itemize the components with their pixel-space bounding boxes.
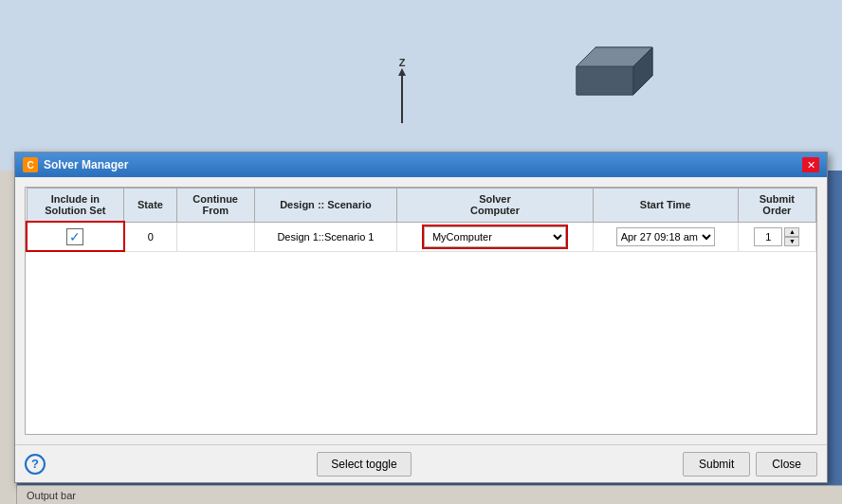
- dialog-close-button[interactable]: ✕: [802, 157, 819, 172]
- help-button[interactable]: ?: [25, 454, 46, 475]
- dialog-bottom-bar: ? Select toggle Submit Close: [15, 444, 827, 482]
- start-time-cell[interactable]: Apr 27 09:18 am: [593, 222, 738, 251]
- cad-3d-shape: [558, 28, 671, 114]
- submit-order-cell[interactable]: ▲ ▼: [738, 222, 815, 251]
- spinner-up-button[interactable]: ▲: [784, 227, 799, 237]
- table-row: ✓ 0 Design 1::Scenario 1: [27, 222, 816, 251]
- cad-viewport: Z: [0, 0, 842, 171]
- solver-computer-cell[interactable]: MyComputer Remote Computer 1: [397, 222, 593, 251]
- col-header-continue: Continue From: [176, 189, 254, 223]
- svg-marker-1: [577, 66, 633, 95]
- close-button[interactable]: Close: [756, 452, 817, 477]
- output-bar-label: Output bar: [27, 490, 76, 501]
- z-axis-label: Z: [399, 57, 406, 68]
- spinner-down-button[interactable]: ▼: [784, 237, 799, 246]
- dialog-titlebar: C Solver Manager ✕: [15, 153, 827, 177]
- z-axis: Z: [398, 57, 406, 123]
- start-time-dropdown[interactable]: Apr 27 09:18 am: [616, 227, 715, 246]
- continue-from-cell: [176, 222, 254, 251]
- state-cell: 0: [124, 222, 177, 251]
- dialog-title: Solver Manager: [44, 158, 796, 171]
- solver-computer-dropdown[interactable]: MyComputer Remote Computer 1: [424, 226, 566, 247]
- checkbox-check-icon: ✓: [69, 229, 81, 244]
- include-checkbox-cell[interactable]: ✓: [27, 222, 124, 251]
- col-header-design: Design :: Scenario: [254, 189, 397, 223]
- submit-order-input[interactable]: [754, 227, 782, 246]
- design-scenario-value: Design 1::Scenario 1: [277, 231, 374, 243]
- submit-order-spinner: ▲ ▼: [754, 227, 799, 246]
- submit-button[interactable]: Submit: [683, 452, 750, 477]
- spinner-buttons: ▲ ▼: [784, 227, 799, 246]
- output-bar: Output bar: [17, 485, 842, 504]
- col-header-solver: Solver Computer: [397, 189, 593, 223]
- bottom-center-area: Select toggle: [46, 452, 683, 477]
- solver-manager-dialog: C Solver Manager ✕ Include in Solution S…: [14, 152, 828, 483]
- solver-table: Include in Solution Set State Continue F…: [26, 188, 816, 252]
- table-header-row: Include in Solution Set State Continue F…: [27, 189, 816, 223]
- col-header-include: Include in Solution Set: [27, 189, 124, 223]
- z-axis-arrow: [398, 68, 406, 76]
- col-header-submit-order: Submit Order: [738, 189, 815, 223]
- design-scenario-cell: Design 1::Scenario 1: [254, 222, 397, 251]
- select-toggle-button[interactable]: Select toggle: [317, 452, 411, 477]
- state-value: 0: [148, 231, 154, 243]
- include-checkbox[interactable]: ✓: [66, 228, 83, 245]
- solver-dropdown-wrapper: MyComputer Remote Computer 1: [422, 225, 568, 249]
- col-header-state: State: [124, 189, 177, 223]
- dialog-content: Include in Solution Set State Continue F…: [15, 177, 827, 444]
- col-header-start-time: Start Time: [593, 189, 738, 223]
- dialog-title-icon: C: [23, 157, 38, 172]
- bottom-right-area: Submit Close: [683, 452, 817, 477]
- table-container: Include in Solution Set State Continue F…: [25, 187, 817, 435]
- z-axis-line: [401, 76, 403, 123]
